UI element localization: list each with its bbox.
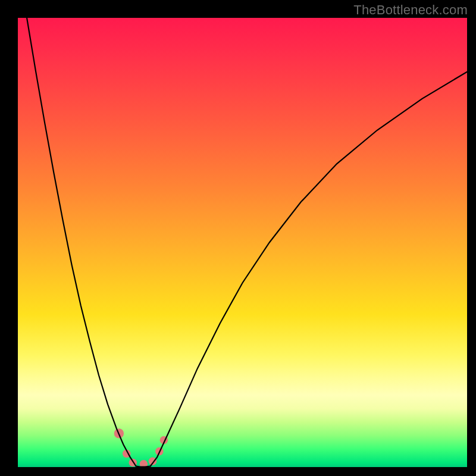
data-marker — [140, 460, 148, 467]
data-markers — [114, 428, 168, 467]
valley-floor — [136, 466, 151, 466]
left-curve — [27, 18, 136, 466]
plot-area — [18, 18, 467, 467]
watermark-text: TheBottleneck.com — [353, 2, 468, 18]
curve-layer — [18, 18, 467, 467]
chart-frame: TheBottleneck.com — [0, 0, 476, 476]
right-curve — [151, 72, 467, 466]
